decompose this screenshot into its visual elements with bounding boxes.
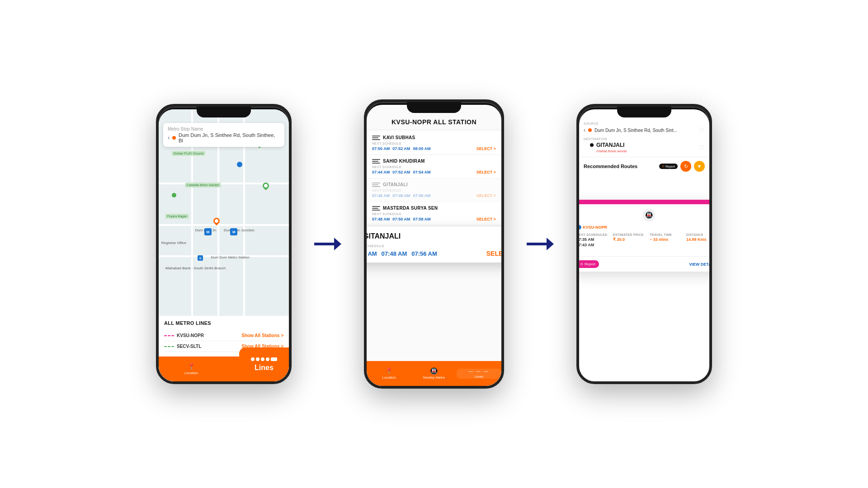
dest-location-dot — [590, 143, 594, 147]
distance-cell: DISTANCE 14.99 Kms — [686, 233, 709, 247]
green-circle — [172, 193, 176, 197]
station-item-gitanjali-list[interactable]: GITANJALI NEXT SCHEDULE 07:46 AM 07:48 A… — [367, 178, 501, 202]
gitanjali-hl-schedule-label: NEXT SCHEDULE — [367, 244, 501, 248]
kavi-icon — [372, 136, 380, 140]
recommended-section: Recommended Routes ⊙ Report ↻ ▼ — [579, 157, 709, 172]
location-nav-label: Location — [184, 371, 198, 375]
dumdum-junction-label: Dum Dum Junction — [224, 228, 255, 232]
dot-5-rect — [271, 357, 277, 361]
bottom-nav-2: 📍 Location 🚇 Nearby Metro — — — Lines — [367, 361, 501, 386]
phone-1: Metro Stop Name ‹ Dum Dum Jn, S Sinthee … — [156, 104, 292, 384]
dumdum-metro-label: Dum Dum Metro Station — [211, 255, 250, 259]
gitanjali-list-icon — [372, 183, 380, 187]
gitanjali-highlight-card[interactable]: GITANJALI NEXT SCHEDULE 07:46 AM 07:48 A… — [367, 227, 501, 263]
phone-3-screen: Source ‹ Dum Dum Jn, S Sinthee Rd, South… — [579, 109, 709, 381]
metro-icon-1: M — [204, 228, 212, 235]
camellia-label: Camellia Metro Garden — [185, 183, 221, 188]
search-bar-value: Dum Dum Jn, S Sinthee Rd, South Sinthee,… — [179, 132, 280, 143]
gitanjali-hl-times: 07:46 AM 07:48 AM 07:56 AM — [367, 250, 437, 257]
arrow-1-container — [310, 237, 346, 251]
lines-tab-label: Lines — [255, 364, 274, 372]
kavi-times: 07:50 AM 07:52 AM 08:00 AM — [372, 146, 431, 151]
all-metro-title: ALL METRO LINES — [164, 320, 283, 326]
kavi-select[interactable]: SELECT > — [476, 146, 496, 151]
back-arrow-icon[interactable]: ‹ — [168, 135, 170, 141]
masterda-name: MASTERDA SURYA SEN — [383, 206, 438, 211]
route-top-bar — [579, 200, 709, 204]
route-line-label: 🔵 KVSU-NOPR — [579, 225, 709, 230]
arrow-2-container — [522, 237, 558, 251]
est-price-cell: ESTIMATED PRICE ₹ 20.0 — [613, 233, 648, 247]
dest-name-text: GITANJALI — [596, 142, 627, 148]
gitanjali-highlight-name: GITANJALI — [367, 232, 401, 240]
nav-location-1[interactable]: 📍 Location — [159, 363, 224, 375]
nav-lines-2[interactable]: — — — Lines — [457, 369, 501, 379]
dot-1 — [251, 357, 255, 361]
gitanjali-hl-select[interactable]: SELECT > — [486, 250, 501, 257]
source-text: Dum Dum Jn, S Sinthee Rd, South Sint... — [594, 128, 677, 133]
sahid-select[interactable]: SELECT > — [476, 170, 496, 174]
masterda-icon — [372, 206, 380, 211]
dishari-park-label: Dishari PLAY Ground — [172, 151, 205, 156]
station-item-kavi[interactable]: KAVI SUBHAS NEXT SCHEDULE 07:50 AM 07:52… — [367, 131, 501, 155]
dot-4 — [266, 357, 269, 361]
sahid-name: SAHID KHUDIRAM — [383, 159, 425, 164]
phone-1-notch — [197, 107, 251, 117]
sahid-icon — [372, 159, 380, 164]
arrow-1 — [314, 237, 341, 251]
station-list-title: KVSU-NOPR ALL STATION — [372, 118, 496, 126]
kvsu-line-row: KVSU-NOPR Show All Stations > — [164, 330, 283, 341]
phone-1-screen: Metro Stop Name ‹ Dum Dum Jn, S Sinthee … — [159, 109, 289, 381]
metro-icon-2: M — [230, 228, 237, 235]
nav-location-2[interactable]: 📍 Location — [367, 367, 411, 380]
allahabad-label: Allahabad Bank - South Sinthi Branch — [165, 266, 226, 270]
phone-2-screen: KVSU-NOPR ALL STATION KAVI SUBHAS NEXT S… — [367, 105, 501, 386]
kavi-schedule-label: NEXT SCHEDULE — [372, 142, 496, 145]
phone-3: Source ‹ Dum Dum Jn, S Sinthee Rd, South… — [576, 104, 712, 384]
phone-3-notch — [617, 107, 671, 117]
route-card: 🚇 🔵 KVSU-NOPR NEXT SCHEDULED 07:35 AM 07… — [579, 200, 709, 272]
secv-line-dash — [164, 346, 174, 347]
search-bar[interactable]: Metro Stop Name ‹ Dum Dum Jn, S Sinthee … — [163, 123, 284, 147]
view-details-btn[interactable]: VIEW DETAILS » — [689, 262, 709, 267]
recommended-title: Recommended Routes — [584, 164, 637, 169]
bottom-nav-1: 📍 Location 🚇 Nearby Metro — [159, 357, 289, 381]
registrar-label: Registrar Office — [161, 241, 186, 245]
dot-3 — [261, 357, 264, 361]
refresh-btn[interactable]: ↻ — [680, 161, 691, 172]
lines-dots — [251, 357, 277, 361]
route-card-footer: ⊙ Report VIEW DETAILS » — [579, 256, 709, 272]
next-scheduled-cell: NEXT SCHEDULED 07:35 AM 07:43 AM — [579, 233, 611, 247]
kvsu-line-dash — [164, 335, 174, 336]
secv-line-name: SECV-SLTL — [177, 344, 201, 349]
lines-tab[interactable]: Lines — [239, 347, 289, 381]
report-btn[interactable]: ⊙ Report — [579, 260, 599, 268]
peyara-label: Peyara Bagan — [165, 214, 189, 219]
station-item-masterda[interactable]: MASTERDA SURYA SEN NEXT SCHEDULE 07:48 A… — [367, 202, 501, 225]
sahid-times: 07:44 AM 07:52 AM 07:54 AM — [372, 170, 431, 174]
bank-icon: B — [198, 255, 203, 261]
gitanjali-list-select[interactable]: SELECT > — [476, 193, 496, 198]
nav-nearby-2[interactable]: 🚇 Nearby Metro — [411, 367, 456, 380]
search-bar-label: Metro Stop Name — [168, 127, 280, 131]
dest-label-text: Destination — [584, 137, 705, 141]
route-back-arrow[interactable]: ‹ — [584, 127, 585, 133]
station-item-sahid[interactable]: SAHID KHUDIRAM NEXT SCHEDULE 07:44 AM 07… — [367, 155, 501, 178]
dest-heart-icon[interactable]: ♡ — [699, 144, 705, 151]
arrow-2 — [527, 237, 554, 251]
travel-time-cell: TRAVEL TIME ~ 33 mins — [650, 233, 684, 247]
dot-2 — [256, 357, 259, 361]
source-heart-icon[interactable]: ♡ — [699, 127, 705, 134]
report-badge-header[interactable]: ⊙ Report — [659, 164, 678, 169]
blue-circle — [237, 162, 242, 167]
kvsu-show-stations[interactable]: Show All Stations > — [241, 333, 283, 338]
filter-btn[interactable]: ▼ — [694, 161, 705, 172]
kvsu-line-name: KVSU-NOPR — [177, 333, 204, 338]
kavi-name: KAVI SUBHAS — [383, 135, 415, 140]
location-nav-icon: 📍 — [188, 363, 195, 370]
location-dot — [172, 136, 176, 140]
phone-2-notch — [407, 102, 461, 113]
recommended-actions: ⊙ Report ↻ ▼ — [659, 161, 705, 172]
scene: Metro Stop Name ‹ Dum Dum Jn, S Sinthee … — [0, 0, 868, 488]
masterda-select[interactable]: SELECT > — [476, 217, 496, 221]
